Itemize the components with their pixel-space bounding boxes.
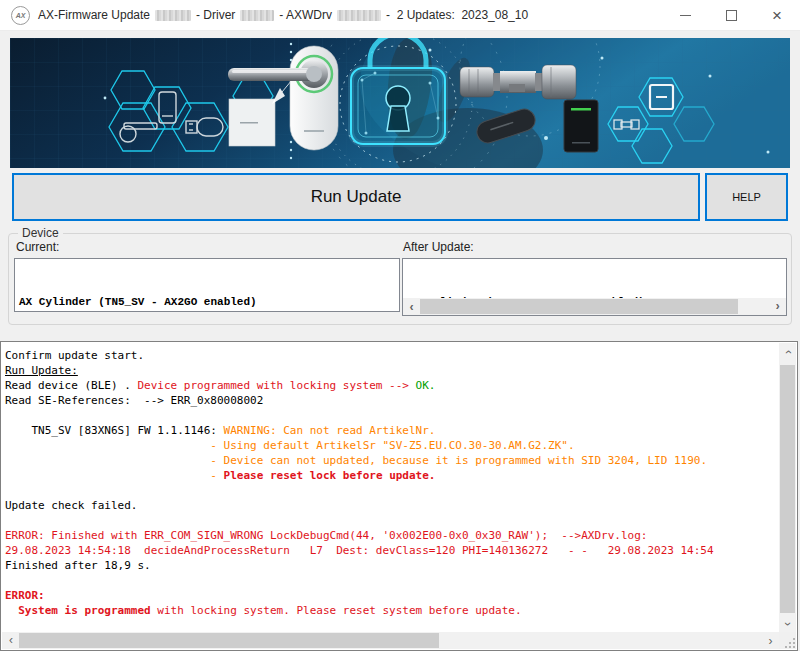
chevron-left-icon: › — [9, 634, 13, 648]
log-vertical-scrollbar[interactable]: › › — [779, 343, 796, 632]
log-line: Update check failed. — [5, 498, 775, 513]
title-axwdrv-label: - AXWDrv — [279, 8, 332, 22]
log-horizontal-scrollbar[interactable]: › › — [2, 632, 779, 649]
log-panel: Confirm update start.Run Update:Read dev… — [0, 341, 798, 651]
chevron-up-icon: › — [781, 350, 795, 354]
redacted-version — [155, 10, 191, 21]
resize-grip-icon — [785, 638, 796, 649]
minimize-icon — [680, 15, 691, 16]
log-line — [5, 408, 775, 423]
title-bar: AX AX-Firmware Update - Driver - AXWDrv … — [0, 0, 800, 31]
device-group-label: Device — [18, 226, 63, 240]
redacted-version — [337, 10, 381, 21]
scroll-left-button[interactable]: › — [403, 298, 420, 315]
log-output[interactable]: Confirm update start.Run Update:Read dev… — [2, 343, 779, 632]
title-updates-date: - 2 Updates: 2023_08_10 — [386, 8, 528, 22]
window-controls: × — [662, 0, 800, 30]
window-title: AX-Firmware Update - Driver - AXWDrv - 2… — [38, 8, 533, 22]
run-update-button[interactable]: Run Update — [12, 173, 700, 221]
banner-image — [10, 38, 790, 168]
log-line: TN5_SV [83XN6S] FW 1.1.1146: WARNING: Ca… — [5, 423, 775, 438]
log-line: - Using default ArtikelSr "SV-Z5.EU.CO.3… — [5, 438, 775, 453]
minimize-button[interactable] — [662, 0, 708, 30]
scrollbar-thumb[interactable] — [780, 365, 795, 613]
log-line: 29.08.2023 14:54:18 decideAndProcessRetu… — [5, 543, 775, 558]
after-update-device-tree[interactable]: AX Cylinder (TN5_SV - AX2GO enabled) 83X… — [402, 258, 787, 316]
title-app-name: AX-Firmware Update — [38, 8, 150, 22]
scroll-right-button[interactable]: › — [769, 298, 786, 315]
chevron-right-icon: › — [774, 299, 781, 315]
tree-root[interactable]: AX Cylinder (TN5_SV - AX2GO enabled) — [15, 291, 399, 310]
after-update-label: After Update: — [403, 240, 474, 254]
log-line: - Device can not updated, because it is … — [5, 453, 775, 468]
maximize-icon — [726, 10, 737, 21]
log-line: System is programmed with locking system… — [5, 603, 775, 618]
close-icon: × — [772, 7, 782, 24]
maximize-button[interactable] — [708, 0, 754, 30]
banner-artwork — [10, 38, 790, 168]
scroll-left-button[interactable]: › — [2, 632, 19, 649]
app-icon: AX — [11, 6, 30, 25]
scrollbar-thumb[interactable] — [420, 299, 738, 314]
log-line — [5, 483, 775, 498]
log-line — [5, 513, 775, 528]
log-line — [5, 573, 775, 588]
title-driver-label: - Driver — [196, 8, 235, 22]
log-line: ERROR: — [5, 588, 775, 603]
close-button[interactable]: × — [754, 0, 800, 30]
current-device-tree[interactable]: AX Cylinder (TN5_SV - AX2GO enabled) 83X… — [14, 258, 400, 312]
log-line: Read device (BLE) . Device programmed wi… — [5, 378, 775, 393]
app-icon-text: AX — [16, 12, 26, 19]
chevron-right-icon: › — [769, 634, 773, 648]
scroll-up-button[interactable]: › — [779, 343, 796, 360]
log-line: Confirm update start. — [5, 348, 775, 363]
redacted-version — [240, 10, 274, 21]
log-line: Finished after 18,9 s. — [5, 558, 775, 573]
after-tree-horizontal-scrollbar[interactable]: › › — [403, 298, 786, 315]
chevron-left-icon: › — [408, 299, 415, 315]
scrollbar-thumb[interactable] — [19, 633, 439, 648]
scroll-right-button[interactable]: › — [762, 632, 779, 649]
help-button[interactable]: HELP — [705, 173, 788, 221]
resize-grip[interactable] — [779, 632, 796, 649]
scroll-down-button[interactable]: › — [779, 615, 796, 632]
log-line: Read SE-References: --> ERR_0x80008002 — [5, 393, 775, 408]
log-line: Run Update: — [5, 363, 775, 378]
log-line: - Please reset lock before update. — [5, 468, 775, 483]
chevron-down-icon: › — [781, 622, 795, 626]
log-line: ERROR: Finished with ERR_COM_SIGN_WRONG … — [5, 528, 775, 543]
current-label: Current: — [16, 240, 59, 254]
